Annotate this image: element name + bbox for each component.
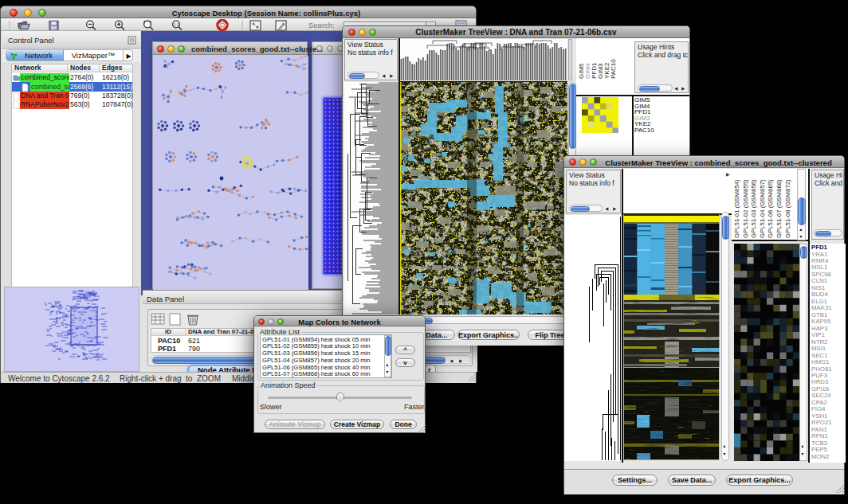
svg-text:PAC10: PAC10 <box>610 59 617 79</box>
svg-text:GPL51-02 (GSM855): GPL51-02 (GSM855) <box>742 179 749 238</box>
svg-text:GPL51-08 (GSM872): GPL51-08 (GSM872) <box>784 179 791 238</box>
svg-text:GPL51-03 (GSM856): GPL51-03 (GSM856) <box>750 179 757 238</box>
svg-text:1:1: 1:1 <box>174 23 179 27</box>
svg-text:Search:: Search: <box>308 21 335 29</box>
svg-text:GPL51-04 (GSM857): GPL51-04 (GSM857) <box>759 179 766 238</box>
svg-text:GPL51-06 (GSM865): GPL51-06 (GSM865) <box>767 179 774 238</box>
svg-text:GPL51-07 (GSM868): GPL51-07 (GSM868) <box>775 179 783 238</box>
svg-text:GPL51-01 (GSM854): GPL51-01 (GSM854) <box>733 179 740 238</box>
